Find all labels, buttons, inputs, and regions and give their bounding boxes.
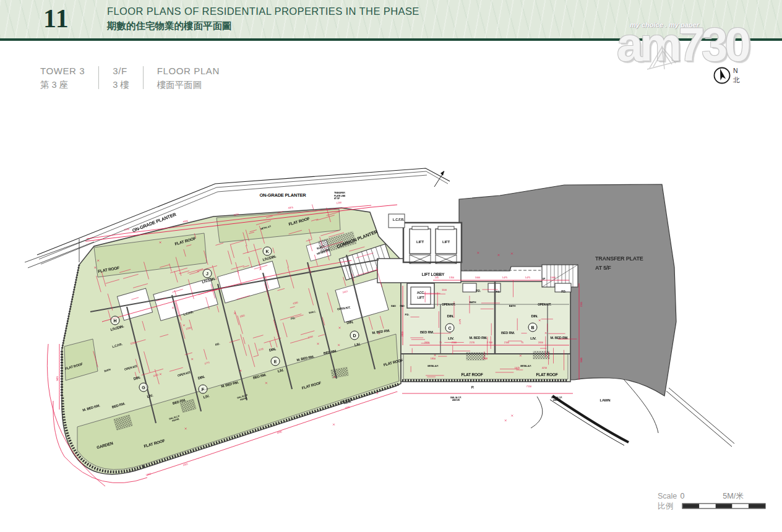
unit-letter: K [265,249,269,254]
info-divider [98,66,99,89]
scale-zero: 0 [681,492,685,500]
room-label: ABOVE [452,399,460,401]
dim-label: 75 [521,341,523,344]
room-label: DIN. [447,314,454,318]
dim-label: 2170 [470,341,475,344]
dim-label: 1825 [183,463,188,466]
room-label: LAWN [600,398,611,402]
dim-label: 2100 [504,341,509,344]
room-label: OPEN KIT. [442,303,455,306]
unit-letter: H [113,319,116,323]
plan-label: FLOOR PLAN 樓面平面圖 [157,66,220,91]
dim-label: 2100 [452,341,457,344]
room-label: P.D. [561,290,565,293]
lift-core [389,214,462,264]
room-label: ON-GRADE PLANTER [259,192,306,198]
room-label: TRANSFER [334,192,345,194]
room-label: M. BED RM. [551,336,569,340]
room-label: UP [543,278,546,280]
roads-and-lawn [531,379,734,447]
tower-en: TOWER 3 [40,66,85,76]
unit-letter: E [274,359,277,364]
dim-label: 2135 [124,228,129,231]
room-label: FLAT ROOF [462,372,483,377]
dim-label: 2348 [483,358,488,360]
plan-en: FLOOR PLAN [157,66,220,76]
room-label: BED RM. [420,330,434,334]
unit-letter: J [206,272,208,276]
dim-label: 245 [435,277,439,279]
room-label: P.D. [476,290,480,293]
room-label: LIFT LOBBY [422,272,445,277]
room-label: METAL A.F. [520,365,531,367]
unit-letter: F [202,387,205,392]
room-label: AT 5/F [334,197,340,200]
dim-label: 1475 [525,277,530,279]
scale-bar-segments [682,504,765,508]
dim-label: 75 [439,341,442,344]
floor-label: 3/F 3 樓 [113,66,129,91]
room-label: PLATE LINE [334,195,346,197]
dim-label: 2850 [402,332,404,337]
scale-bar: Scale 比例 0 5M/米 [658,492,765,510]
room-label: M. BED RM. [470,336,488,340]
dim-label: 1600 [475,277,480,279]
dim-label: 4875 [288,206,293,209]
page-number: 11 [43,4,69,33]
room-label: LIFT [416,240,424,244]
scale-max: 5M/米 [723,492,744,500]
dim-label: 2335 [345,406,350,410]
room-label: OPEN KIT. [538,303,551,306]
page-titles: FLOOR PLANS OF RESIDENTIAL PROPERTIES IN… [107,6,419,33]
room-label: ACC. [417,291,425,294]
floor-en: 3/F [113,66,129,76]
room-label: LIV. [530,337,536,340]
dim-label: 4695 [277,431,282,434]
scale-label-en: Scale [658,492,677,500]
dim-label: 1350 [449,277,454,279]
room-label: METAL A.F. [428,365,439,367]
room-label: LIFT [418,296,425,299]
room-label: BATH [470,301,476,304]
dim-label: 1475 [502,277,507,279]
unit-letter: B [531,325,534,330]
dim-label: 2050 [538,341,543,344]
dim-label: 7150 [526,385,531,388]
room-label: LIV. [448,337,454,340]
room-label: ABOVE [553,399,561,401]
dim-label: 2050 [424,341,429,344]
dim-label: 300 [489,341,492,344]
brochure-page: 11 FLOOR PLANS OF RESIDENTIAL PROPERTIES… [0,0,782,532]
dim-label: 2335 [580,302,583,307]
dim-label: 1200 [336,202,342,205]
dim-label: 1150 [145,473,151,476]
room-label: AT 5/F [595,265,611,271]
room-label: FAD [400,305,405,307]
unit-letter: D [353,333,356,338]
dim-label: 1850 [431,358,436,360]
room-label: EAD [391,305,396,307]
scale-label-zh: 比例 [658,502,673,510]
room-label: DIN. [531,314,538,318]
tower-label: TOWER 3 第 3 座 [40,66,85,91]
unit-letter: G [142,385,145,390]
tower-zh: 第 3 座 [40,79,85,91]
dim-label: 1600 [551,277,556,279]
room-label: P. [471,385,475,389]
room-label: P.D. [405,313,410,316]
room-label: TRANSFER PLATE [595,255,643,262]
room-label: L.C.F.R. [393,218,405,221]
room-label: BED RM. [501,331,515,335]
tower-info: TOWER 3 第 3 座 3/F 3 樓 FLOOR PLAN 樓面平面圖 [40,66,233,91]
info-divider-2 [143,66,144,89]
dim-label: 3425 [56,376,59,381]
page-title-zh: 期數的住宅物業的樓面平面圖 [107,20,419,33]
floor-zh: 3 樓 [113,79,129,91]
dim-label: 1100 [442,289,447,291]
unit-letter: C [448,326,451,330]
room-label: LIFT [442,240,450,244]
dim-label: 4210 [542,367,547,369]
dim-label: 2170 [459,319,462,324]
dim-label: 1675 [515,367,520,369]
page-title-en: FLOOR PLANS OF RESIDENTIAL PROPERTIES IN… [107,6,419,17]
